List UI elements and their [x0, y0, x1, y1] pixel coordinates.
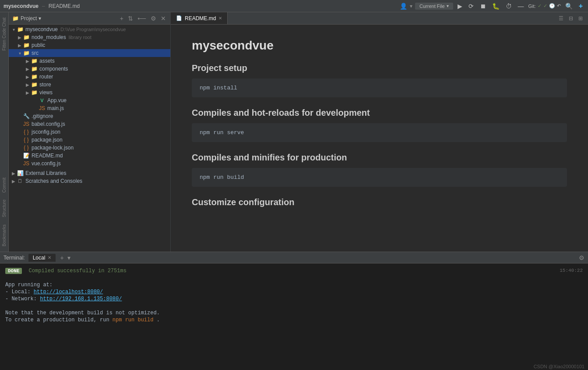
main-js-label: main.js: [47, 105, 64, 111]
readme-tab[interactable]: 📄 README.md ✕: [171, 12, 228, 24]
add-terminal-button[interactable]: +: [59, 254, 64, 261]
term-timestamp: 15:40:22: [560, 268, 583, 273]
sidebar-header: 📁 Project ▾ + ⇅ ⟵ ⚙ ✕: [9, 12, 170, 25]
view-list-button[interactable]: ☰: [557, 14, 565, 22]
terminal-tab-close[interactable]: ✕: [48, 255, 51, 260]
tree-root[interactable]: ▾ 📁 mysecondvue D:\Vue Program\mysecondv…: [9, 25, 170, 33]
tree-babel-config[interactable]: ▶ JS babel.config.js: [9, 120, 170, 128]
tree-src[interactable]: ▾ 📁 src: [9, 49, 170, 57]
folder-icon: 📁: [12, 15, 19, 21]
title-bar: mysecondvue – README.md 👤 ▾ Current File…: [0, 0, 588, 12]
tree-store[interactable]: ▶ 📁 store: [9, 81, 170, 89]
tree-assets[interactable]: ▶ 📁 assets: [9, 57, 170, 65]
store-label: store: [39, 82, 51, 88]
git-status: Git: ✓ ✓ 🕐 ↶: [528, 3, 561, 9]
activity-structure[interactable]: Structure: [1, 196, 7, 221]
activity-bookmarks[interactable]: Bookmarks: [1, 221, 7, 250]
babel-icon: JS: [23, 121, 30, 128]
terminal-settings-button[interactable]: ⚙: [579, 254, 584, 261]
profile-button[interactable]: ⏱: [504, 2, 514, 11]
public-folder-icon: 📁: [23, 42, 30, 49]
terminal-dropdown-button[interactable]: ▾: [67, 254, 71, 261]
run-button[interactable]: ▶: [456, 2, 464, 11]
jsconfig-icon: { }: [23, 128, 30, 135]
git-undo: ↶: [557, 3, 561, 9]
package-lock-label: package-lock.json: [32, 145, 74, 151]
expand-all-button[interactable]: ⇅: [127, 15, 134, 22]
term-blank1: [5, 275, 583, 281]
vue-config-icon: JS: [23, 160, 30, 167]
term-network-link[interactable]: http://192.168.1.135:8080/: [40, 296, 122, 302]
project-dropdown-icon[interactable]: ▾: [39, 15, 41, 21]
activity-fitten-code[interactable]: Fitten Code Chat: [1, 14, 7, 54]
main-layout: Fitten Code Chat Commit Structure Bookma…: [0, 12, 588, 252]
tree-scratches-consoles[interactable]: ▶ 🗒 Scratches and Consoles: [9, 177, 170, 185]
scratches-label: Scratches and Consoles: [25, 178, 82, 184]
node-modules-label: node_modules: [32, 34, 66, 40]
collapse-all-button[interactable]: ⟵: [137, 15, 147, 22]
user-dropdown-icon: ▾: [410, 3, 412, 9]
tree-app-vue[interactable]: ▶ V App.vue: [9, 96, 170, 104]
md-section2: Compiles and hot-reloads for development: [192, 108, 567, 118]
terminal-content[interactable]: DONE Compiled successfully in 2751ms 15:…: [0, 263, 588, 363]
tree-node-modules[interactable]: ▶ 📁 node_modules library root: [9, 33, 170, 41]
ext-lib-label: External Libraries: [25, 170, 66, 176]
rerun-button[interactable]: ⟳: [467, 2, 475, 11]
activity-commit[interactable]: Commit: [1, 174, 7, 196]
tree-views[interactable]: ▶ 📁 views: [9, 89, 170, 96]
scratches-arrow: ▶: [11, 179, 17, 184]
terminal-tabs: Terminal: Local ✕ + ▾ ⚙: [0, 252, 588, 263]
assets-label: assets: [39, 58, 55, 64]
title-right: 👤 ▾ Current File ▾ ▶ ⟳ ⏹ 🐛 ⏱ — Git: ✓ ✓ …: [400, 1, 584, 11]
tree-external-libraries[interactable]: ▶ 📊 External Libraries: [9, 169, 170, 177]
current-file-button[interactable]: Current File ▾: [415, 3, 453, 10]
app-vue-icon: V: [39, 97, 46, 104]
md-code2: npm run serve: [192, 123, 567, 142]
view-grid-button[interactable]: ⊞: [577, 14, 584, 22]
editor-actions: ☰ ⊟ ⊞: [557, 14, 588, 22]
tree-router[interactable]: ▶ 📁 router: [9, 73, 170, 81]
terminal-tab-label: Local: [33, 255, 46, 261]
git-label: Git:: [528, 4, 536, 9]
new-file-button[interactable]: +: [119, 15, 124, 22]
md-title: mysecondvue: [192, 39, 567, 53]
stop-button[interactable]: ⏹: [478, 2, 488, 11]
minimize-button[interactable]: —: [516, 2, 526, 11]
node-modules-sub: library root: [69, 35, 92, 40]
term-done-badge: DONE: [5, 268, 22, 274]
settings-button[interactable]: ⚙: [150, 15, 157, 22]
readme-tab-icon: 📄: [176, 15, 182, 21]
current-file-label: Current File: [419, 4, 444, 9]
search-button[interactable]: 🔍: [563, 2, 574, 11]
tree-main-js[interactable]: ▶ JS main.js: [9, 104, 170, 112]
node-modules-folder-icon: 📁: [23, 34, 30, 41]
term-compiled-line: DONE Compiled successfully in 2751ms 15:…: [5, 268, 583, 274]
readme-tab-close[interactable]: ✕: [218, 16, 222, 21]
tree-readme[interactable]: ▶ 📝 README.md: [9, 152, 170, 160]
components-label: components: [39, 66, 68, 72]
assets-arrow: ▶: [25, 59, 31, 64]
terminal-local-tab[interactable]: Local ✕: [28, 254, 56, 262]
project-title: 📁 Project ▾: [12, 15, 41, 21]
tree-components[interactable]: ▶ 📁 components: [9, 65, 170, 73]
debug-button[interactable]: 🐛: [490, 2, 501, 11]
git-check2: ✓: [543, 3, 547, 9]
current-file-dropdown-icon: ▾: [447, 4, 449, 8]
md-code1: npm install: [192, 78, 567, 97]
node-modules-arrow: ▶: [17, 35, 23, 40]
markdown-content: mysecondvue Project setup npm install Co…: [171, 25, 588, 252]
router-label: router: [39, 74, 53, 80]
view-split-button[interactable]: ⊟: [567, 14, 575, 22]
tree-jsconfig[interactable]: ▶ { } jsconfig.json: [9, 128, 170, 136]
close-sidebar-button[interactable]: ✕: [160, 15, 167, 22]
term-local-link[interactable]: http://localhost:8080/: [34, 289, 103, 295]
project-label: Project: [21, 15, 37, 21]
tree-vue-config[interactable]: ▶ JS vue.config.js: [9, 160, 170, 167]
router-arrow: ▶: [25, 75, 31, 79]
tree-package-lock[interactable]: ▶ { } package-lock.json: [9, 144, 170, 152]
tree-package-json[interactable]: ▶ { } package.json: [9, 136, 170, 144]
tree-gitignore[interactable]: ▶ 🔧 .gitignore: [9, 112, 170, 120]
tree-public[interactable]: ▶ 📁 public: [9, 41, 170, 49]
term-note-line2: To create a production build, run npm ru…: [5, 317, 583, 323]
expand-button[interactable]: +: [577, 1, 584, 11]
